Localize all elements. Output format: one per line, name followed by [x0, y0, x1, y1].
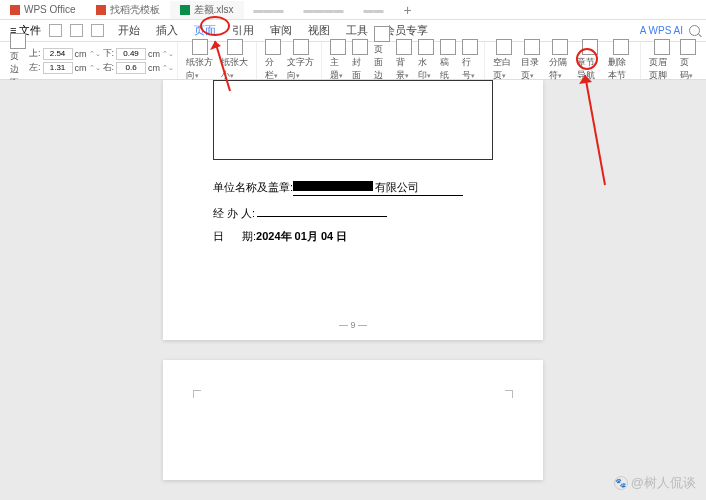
text-direction-icon	[293, 39, 309, 55]
line-number-icon	[462, 39, 478, 55]
ribbon: 页边距▾ 上:cm⌃⌄ 下:cm⌃⌄ 左:cm⌃⌄ 右:cm⌃⌄ 纸张方向▾ 纸…	[0, 42, 706, 80]
redo-icon[interactable]	[91, 24, 104, 37]
chapter-nav-icon	[582, 39, 598, 55]
background-button[interactable]: 背景▾	[393, 38, 415, 83]
watermark-text: @树人侃谈	[631, 474, 696, 492]
page-break-icon	[552, 39, 568, 55]
chapter-nav-button[interactable]: 章节导航	[574, 38, 606, 83]
paper-size-button[interactable]: 纸张大小▾	[218, 38, 253, 83]
search-icon[interactable]	[689, 25, 700, 36]
themes-button[interactable]: 主题▾	[327, 38, 349, 83]
background-icon	[396, 39, 412, 55]
columns-button[interactable]: 分栏▾	[262, 38, 284, 83]
handler-label: 经 办 人:	[213, 206, 255, 221]
tab-bar: WPS Office 找稻壳模板 差额.xlsx ▬▬▬ ▬▬▬▬ ▬▬ +	[0, 0, 706, 20]
image-watermark: 🐾 @树人侃谈	[614, 474, 696, 492]
date-line: 日 期: 2024年 01月 04 日	[213, 229, 493, 244]
margin-bottom-input[interactable]	[116, 48, 146, 60]
delete-section-button[interactable]: 删除本节	[605, 38, 637, 83]
columns-icon	[265, 39, 281, 55]
page-border-icon	[374, 26, 390, 42]
date-label: 日	[213, 229, 224, 244]
themes-icon	[330, 39, 346, 55]
margin-right-input[interactable]	[116, 62, 146, 74]
tab-label: 找稻壳模板	[110, 3, 160, 17]
wps-ai-button[interactable]: A WPS AI	[640, 25, 683, 36]
page-number-button[interactable]: 页码▾	[677, 38, 699, 83]
wps-logo-icon	[10, 5, 20, 15]
header-footer-button[interactable]: 页眉页脚	[646, 38, 677, 83]
tab-spreadsheet[interactable]: 差额.xlsx	[170, 1, 244, 19]
doc-icon	[96, 5, 106, 15]
paper-icon	[440, 39, 456, 55]
header-footer-icon	[654, 39, 670, 55]
toc-icon	[524, 39, 540, 55]
tab-blurred-1[interactable]: ▬▬▬	[244, 2, 294, 17]
tab-label: WPS Office	[24, 4, 76, 15]
delete-section-icon	[613, 39, 629, 55]
undo-icon[interactable]	[70, 24, 83, 37]
margin-corner-tl	[193, 390, 201, 398]
blank-page-icon	[496, 39, 512, 55]
org-name-line: 单位名称及盖章: 有限公司	[213, 180, 493, 196]
paper-size-icon	[227, 39, 243, 55]
org-suffix: 有限公司	[375, 180, 419, 195]
tab-blurred-3[interactable]: ▬▬	[354, 2, 394, 17]
text-direction-button[interactable]: 文字方向▾	[284, 38, 318, 83]
paw-icon: 🐾	[614, 476, 628, 490]
orientation-icon	[192, 39, 208, 55]
redacted-text	[293, 181, 373, 191]
menu-start[interactable]: 开始	[112, 21, 146, 40]
toc-button[interactable]: 目录页▾	[518, 38, 546, 83]
cover-button[interactable]: 封面	[349, 38, 371, 83]
handler-underline	[257, 204, 387, 217]
date-value: 2024年 01月 04 日	[256, 229, 347, 244]
new-tab-button[interactable]: +	[394, 0, 422, 20]
cover-icon	[352, 39, 368, 55]
xls-icon	[180, 5, 190, 15]
document-canvas[interactable]: 单位名称及盖章: 有限公司 经 办 人: 日 期: 2024年 01月 04 日…	[0, 80, 706, 500]
document-page-10[interactable]	[163, 360, 543, 480]
watermark-button[interactable]: 水印▾	[415, 38, 437, 83]
margin-corner-tr	[505, 390, 513, 398]
org-label: 单位名称及盖章:	[213, 180, 293, 195]
margin-icon	[10, 33, 26, 49]
paper-style-button[interactable]: 稿纸	[437, 38, 459, 83]
menu-insert[interactable]: 插入	[150, 21, 184, 40]
handler-line: 经 办 人:	[213, 204, 493, 221]
tab-blurred-2[interactable]: ▬▬▬▬	[294, 2, 354, 17]
line-number-button[interactable]: 行号▾	[459, 38, 481, 83]
margin-left-input[interactable]	[43, 62, 73, 74]
menu-page[interactable]: 页面	[188, 21, 222, 40]
margin-top-input[interactable]	[43, 48, 73, 60]
watermark-icon	[418, 39, 434, 55]
date-label2: 期:	[242, 229, 256, 244]
orientation-button[interactable]: 纸张方向▾	[183, 38, 218, 83]
document-page-9[interactable]: 单位名称及盖章: 有限公司 经 办 人: 日 期: 2024年 01月 04 日…	[163, 80, 543, 340]
page-number-display: — 9 —	[163, 320, 543, 330]
tab-template[interactable]: 找稻壳模板	[86, 1, 170, 19]
tab-wps-office[interactable]: WPS Office	[0, 2, 86, 17]
page-break-button[interactable]: 分隔符▾	[546, 38, 574, 83]
page-number-icon	[680, 39, 696, 55]
save-icon[interactable]	[49, 24, 62, 37]
blank-page-button[interactable]: 空白页▾	[490, 38, 518, 83]
content-rectangle	[213, 80, 493, 160]
tab-label: 差额.xlsx	[194, 3, 234, 17]
